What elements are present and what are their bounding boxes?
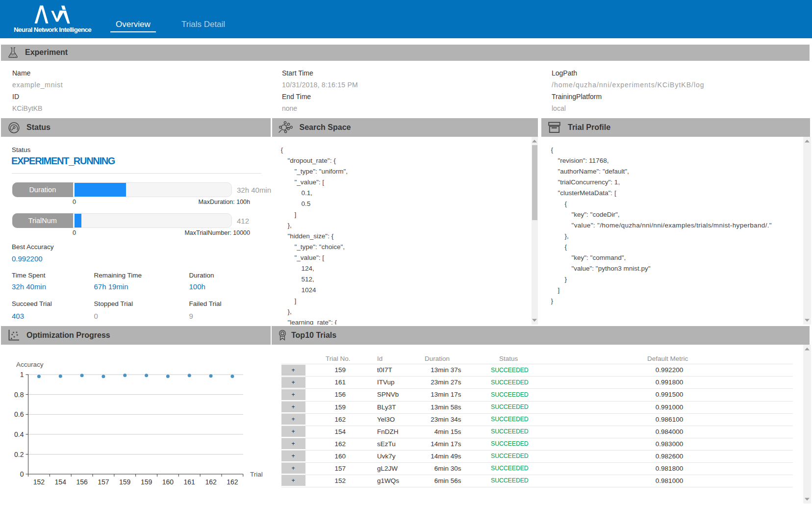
svg-text:0.8: 0.8 bbox=[14, 391, 24, 399]
svg-text:Trial: Trial bbox=[250, 471, 263, 478]
svg-text:157: 157 bbox=[98, 478, 109, 486]
svg-text:159: 159 bbox=[141, 478, 152, 486]
svg-text:0.2: 0.2 bbox=[14, 451, 24, 458]
svg-text:0.4: 0.4 bbox=[14, 430, 24, 438]
svg-text:Accuracy: Accuracy bbox=[16, 361, 44, 368]
svg-text:0.6: 0.6 bbox=[14, 410, 24, 418]
svg-text:162: 162 bbox=[205, 478, 217, 486]
svg-text:152: 152 bbox=[33, 478, 45, 486]
svg-text:161: 161 bbox=[184, 478, 196, 486]
svg-text:156: 156 bbox=[76, 478, 88, 486]
svg-text:162: 162 bbox=[227, 478, 238, 486]
svg-text:159: 159 bbox=[119, 478, 131, 486]
svg-text:0: 0 bbox=[20, 470, 24, 478]
svg-text:160: 160 bbox=[162, 478, 174, 486]
svg-text:1: 1 bbox=[20, 371, 24, 379]
svg-text:154: 154 bbox=[55, 478, 67, 486]
